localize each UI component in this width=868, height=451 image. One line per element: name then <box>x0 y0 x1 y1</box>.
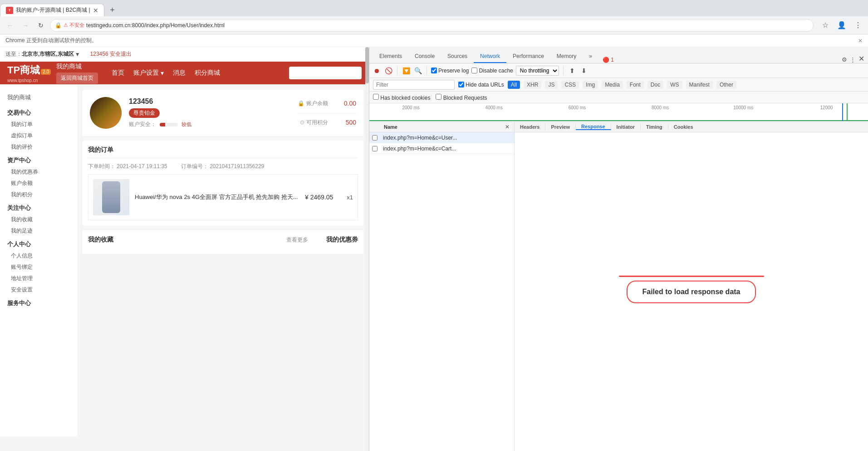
cookies-tab[interactable]: Cookies <box>668 124 699 130</box>
sidebar-item-address[interactable]: 地址管理 <box>0 273 77 284</box>
forward-button[interactable]: → <box>19 19 32 32</box>
order-section: 我的订单 下单时间： 2021-04-17 19:11:35 订单编号： 202… <box>83 141 363 226</box>
delivery-location[interactable]: 北京市,市辖区,东城区 <box>22 50 74 58</box>
refresh-button[interactable]: ↻ <box>34 19 47 32</box>
network-row-1[interactable]: index.php?m=Home&c=Cart... <box>369 143 514 154</box>
delivery-prefix: 送至： <box>5 50 22 58</box>
webpage: 送至： 北京市,市辖区,东城区 ▼ 123456 安全退出 TP商城 2.0 w… <box>0 47 369 451</box>
tab-performance[interactable]: Performance <box>506 50 550 63</box>
preview-tab[interactable]: Preview <box>545 124 576 130</box>
devtools-close-button[interactable]: ✕ <box>858 54 864 63</box>
security-level: 较低 <box>181 121 191 128</box>
blocked-requests-input[interactable] <box>436 94 441 100</box>
profile-card: 123456 尊贵铂金 账户安全： 较低 <box>83 90 363 136</box>
filter-ws-button[interactable]: WS <box>667 81 682 89</box>
tab-console[interactable]: Console <box>408 50 441 63</box>
initiator-tab[interactable]: Initiator <box>611 124 641 130</box>
browser-controls: ← → ↻ 🔒 ⚠ 不安全 testingedu.com.cn:8000/ind… <box>0 16 868 34</box>
filter-xhr-button[interactable]: XHR <box>524 81 541 89</box>
filter-input[interactable] <box>373 80 455 90</box>
back-to-store-button[interactable]: 返回商城首页 <box>56 73 98 84</box>
order-no-label: 订单编号： 202104171911356229 <box>181 163 264 170</box>
sidebar-item-favorites[interactable]: 我的收藏 <box>0 214 77 225</box>
search-button[interactable]: 🔍 <box>413 66 422 75</box>
filter-doc-button[interactable]: Doc <box>647 81 663 89</box>
sidebar-item-account-binding[interactable]: 账号绑定 <box>0 262 77 273</box>
address-bar[interactable]: 🔒 ⚠ 不安全 testingedu.com.cn:8000/index.php… <box>50 19 814 32</box>
filter-manifest-button[interactable]: Manifest <box>686 81 713 89</box>
scrollbar-thumb[interactable] <box>365 47 369 83</box>
nav-home[interactable]: 首页 <box>112 69 124 77</box>
preserve-log-checkbox[interactable]: Preserve log <box>431 68 469 74</box>
fav-title: 我的收藏 <box>88 236 113 244</box>
sidebar-item-profile[interactable]: 个人信息 <box>0 250 77 262</box>
tab-more[interactable]: » <box>583 50 598 63</box>
main-area: 送至： 北京市,市辖区,东城区 ▼ 123456 安全退出 TP商城 2.0 w… <box>0 47 868 451</box>
filter-media-button[interactable]: Media <box>602 81 623 89</box>
record-button[interactable]: ⏺ <box>372 66 381 75</box>
hide-urls-checkbox[interactable]: Hide data URLs <box>458 82 504 88</box>
timing-tab[interactable]: Timing <box>641 124 668 130</box>
response-tab[interactable]: Response <box>576 124 611 130</box>
tab-network[interactable]: Network <box>474 50 506 63</box>
nav-points[interactable]: 积分商城 <box>195 69 220 77</box>
tab-close-button[interactable]: ✕ <box>93 7 98 14</box>
delivery-arrow[interactable]: ▼ <box>75 51 80 58</box>
blocked-cookies-input[interactable] <box>373 94 379 100</box>
logo-text: TP商城 <box>7 63 40 77</box>
profile-button[interactable]: 👤 <box>835 19 848 32</box>
headers-tab[interactable]: Headers <box>515 124 545 130</box>
nav-msg[interactable]: 消息 <box>173 69 186 77</box>
hide-urls-input[interactable] <box>458 82 464 87</box>
tab-sources[interactable]: Sources <box>441 50 474 63</box>
page-layout: 我的商城 交易中心 我的订单 虚拟订单 我的评价 资产中心 我的优惠券 账户余额… <box>0 84 369 436</box>
back-button[interactable]: ← <box>4 19 16 32</box>
sidebar-item-my-orders[interactable]: 我的订单 <box>0 119 77 130</box>
filter-img-button[interactable]: Img <box>583 81 598 89</box>
devtools-panel: Elements Console Sources Network Perform… <box>369 47 868 451</box>
sidebar-item-reviews[interactable]: 我的评价 <box>0 141 77 153</box>
sidebar-section-personal: 个人中心 <box>0 237 77 250</box>
security-label: 账户安全： <box>129 121 156 128</box>
sidebar-item-balance[interactable]: 账户余额 <box>0 178 77 189</box>
warning-close-button[interactable]: ✕ <box>858 38 863 44</box>
disable-cache-checkbox[interactable]: Disable cache <box>471 68 513 74</box>
blocked-requests-checkbox[interactable]: Blocked Requests <box>436 94 487 101</box>
disable-cache-input[interactable] <box>471 68 477 73</box>
filter-js-button[interactable]: JS <box>545 81 558 89</box>
nav-account[interactable]: 账户设置 ▾ <box>133 69 164 77</box>
devtools-more-button[interactable]: ⚙ <box>842 56 847 63</box>
new-tab-button[interactable]: + <box>106 4 119 16</box>
sidebar-item-footprints[interactable]: 我的足迹 <box>0 225 77 237</box>
favorites-section: 我的收藏 查看更多 我的优惠券 <box>83 230 363 254</box>
bookmark-button[interactable]: ☆ <box>819 19 832 32</box>
filter-other-button[interactable]: Other <box>716 81 736 89</box>
active-tab[interactable]: T 我的账户-开源商城 | B2C商城 | ✕ <box>0 4 104 16</box>
sidebar-item-security[interactable]: 安全设置 <box>0 284 77 296</box>
fav-more-link[interactable]: 查看更多 <box>286 236 308 244</box>
sidebar-item-coupons[interactable]: 我的优惠券 <box>0 166 77 178</box>
preserve-log-input[interactable] <box>431 68 437 73</box>
row-0-checkbox[interactable] <box>372 135 378 141</box>
filter-css-button[interactable]: CSS <box>561 81 579 89</box>
export-button[interactable]: ⬇ <box>579 66 588 75</box>
filter-button[interactable]: 🔽 <box>402 66 411 75</box>
logout-link[interactable]: 123456 安全退出 <box>90 50 132 58</box>
balance-icon: 🔒 <box>298 100 304 107</box>
sidebar-item-points[interactable]: 我的积分 <box>0 189 77 200</box>
throttle-select[interactable]: No throttling <box>516 66 559 76</box>
devtools-kebab[interactable]: ⋮ <box>850 56 856 63</box>
row-1-checkbox[interactable] <box>372 146 378 151</box>
filter-font-button[interactable]: Font <box>627 81 644 89</box>
more-button[interactable]: ⋮ <box>852 19 864 32</box>
name-close-button[interactable]: ✕ <box>505 124 514 130</box>
tab-memory[interactable]: Memory <box>550 50 583 63</box>
import-button[interactable]: ⬆ <box>568 66 577 75</box>
clear-button[interactable]: 🚫 <box>384 66 393 75</box>
filter-all-button[interactable]: All <box>508 81 520 89</box>
network-row-0[interactable]: index.php?m=Home&c=User... <box>369 132 514 143</box>
blocked-cookies-checkbox[interactable]: Has blocked cookies <box>373 94 430 101</box>
search-box[interactable] <box>289 67 362 79</box>
tab-elements[interactable]: Elements <box>373 50 408 63</box>
sidebar-item-virtual-orders[interactable]: 虚拟订单 <box>0 130 77 141</box>
